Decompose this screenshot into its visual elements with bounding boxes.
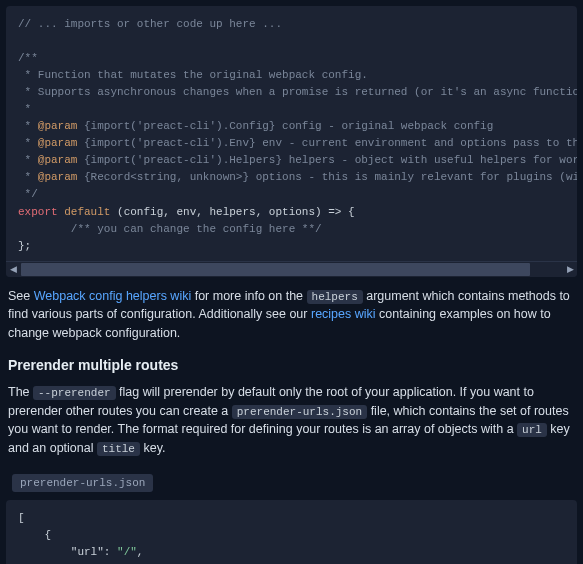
code-line: */ <box>18 188 38 200</box>
code-line: // ... imports or other code up here ... <box>18 18 282 30</box>
json-line: [ <box>18 512 25 524</box>
inline-code-prerender-flag: --prerender <box>33 386 116 400</box>
text: See <box>8 289 34 303</box>
jsdoc-tag: @param <box>38 154 78 166</box>
code-line: * Supports asynchronous changes when a p… <box>18 86 577 98</box>
scroll-thumb[interactable] <box>21 263 530 276</box>
link-recipes-wiki[interactable]: recipes wiki <box>311 307 376 321</box>
code-line: * <box>18 103 31 115</box>
inline-code-title: title <box>97 442 140 456</box>
jsdoc-tag: @param <box>38 120 78 132</box>
code-content: // ... imports or other code up here ...… <box>6 6 577 261</box>
paragraph-prerender: The --prerender flag will prerender by d… <box>0 379 583 468</box>
section-heading-prerender: Prerender multiple routes <box>0 353 583 379</box>
code-line: export default (config, env, helpers, op… <box>18 206 355 218</box>
text: The <box>8 385 33 399</box>
code-block-json: [ { "url": "/", "title": "Homepage" }, {… <box>6 500 577 564</box>
inline-code-url: url <box>517 423 547 437</box>
keyword-export: export <box>18 206 58 218</box>
jsdoc-tag: @param <box>38 137 78 149</box>
text: key. <box>140 441 165 455</box>
json-line: { <box>18 529 51 541</box>
scroll-left-arrow-icon[interactable]: ◀ <box>6 261 20 277</box>
code-line: /** you can change the config here **/ <box>18 223 322 235</box>
link-webpack-helpers-wiki[interactable]: Webpack config helpers wiki <box>34 289 191 303</box>
code-line: * Function that mutates the original web… <box>18 69 368 81</box>
code-line: * @param {import('preact-cli').Helpers} … <box>18 154 577 166</box>
json-line: "url": "/", <box>18 546 143 558</box>
code-block-config: // ... imports or other code up here ...… <box>6 6 577 277</box>
code-line: /** <box>18 52 38 64</box>
paragraph-helpers: See Webpack config helpers wiki for more… <box>0 277 583 353</box>
filename-label: prerender-urls.json <box>12 474 153 492</box>
scroll-track[interactable] <box>21 263 562 276</box>
code-line: * @param {import('preact-cli').Config} c… <box>18 120 493 132</box>
text: for more info on the <box>191 289 306 303</box>
horizontal-scrollbar[interactable]: ◀ ▶ <box>6 261 577 277</box>
code-line: * @param {Record<string, unknown>} optio… <box>18 171 577 183</box>
inline-code-prerender-urls: prerender-urls.json <box>232 405 367 419</box>
jsdoc-tag: @param <box>38 171 78 183</box>
code-line: * @param {import('preact-cli').Env} env … <box>18 137 577 149</box>
keyword-default: default <box>64 206 110 218</box>
inline-code-helpers: helpers <box>307 290 363 304</box>
code-line: }; <box>18 240 31 252</box>
scroll-right-arrow-icon[interactable]: ▶ <box>563 261 577 277</box>
